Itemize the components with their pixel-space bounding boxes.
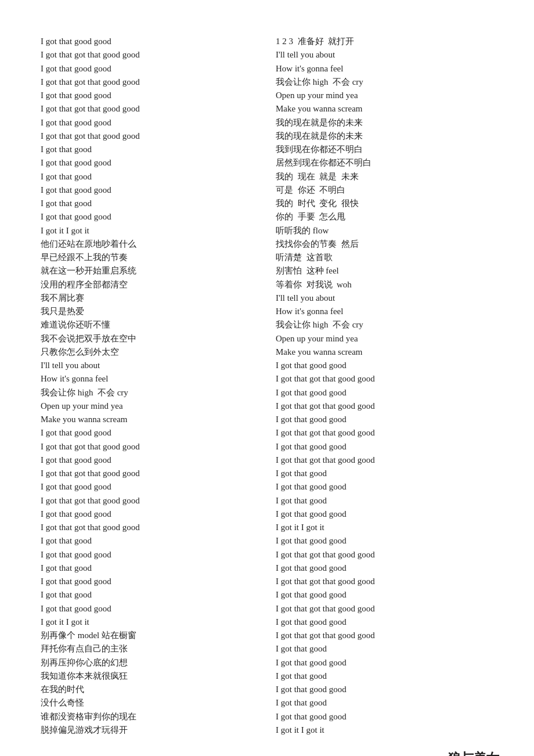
lyrics-line: I got that got that good good [276,575,499,588]
lyrics-line: 只教你怎么到外太空 [41,345,264,359]
lyrics-line: I got that good [276,494,499,507]
right-column: 1 2 3 准备好 就打开I'll tell you aboutHow it's… [276,35,499,756]
lyrics-line: I'll tell you about [276,291,499,305]
lyrics-line: I got that got that good good [41,494,264,507]
lyrics-line: 早已经跟不上我的节奏 [41,251,264,264]
lyrics-line: 我的现在就是你的未来 [276,129,499,143]
lyrics-line: I got that got that good good [41,102,264,116]
page: I got that good goodI got that got that … [0,0,534,756]
lyrics-line: I got that good [276,696,499,710]
lyrics-line: I got that good good [41,507,264,521]
lyrics-line: How it's gonna feel [276,62,499,75]
lyrics-line: 我的 现在 就是 未来 [276,170,499,183]
lyrics-line: 可是 你还 不明白 [276,183,499,197]
lyrics-line: 我会让你 high 不会 cry [276,75,499,89]
lyrics-line: I got that got that good good [276,372,499,386]
lyrics-line: 在我的时代 [41,683,264,696]
lyrics-line: Make you wanna scream [276,102,499,116]
lyrics-line: 别再像个 model 站在橱窗 [41,629,264,642]
lyrics-line: I got that good good [276,359,499,372]
lyrics-line: I got that good [41,143,264,156]
lyrics-line: 你的 手要 怎么甩 [276,210,499,224]
lyrics-line: 谁都没资格审判你的现在 [41,710,264,723]
lyrics-line: I got that good good [41,426,264,440]
lyrics-line: How it's gonna feel [276,305,499,318]
lyrics-line: 没用的程序全部都清空 [41,278,264,291]
lyrics-line: I got that got that good good [276,453,499,467]
lyrics-line: Open up your mind yea [41,399,264,413]
lyrics-line: 居然到现在你都还不明白 [276,156,499,170]
left-column: I got that good goodI got that got that … [41,35,264,756]
lyrics-line: 我只是热爱 [41,305,264,318]
lyrics-line: I got it I got it [41,224,264,237]
lyrics-line: I got that good good [41,116,264,129]
lyrics-line: I got that good good [41,35,264,48]
lyrics-line: I got that got that good good [41,129,264,143]
lyrics-line: I got that got that good good [276,399,499,413]
lyrics-line: I got that good [41,561,264,575]
lyrics-line: 难道说你还听不懂 [41,318,264,332]
lyrics-line: I got that good good [276,710,499,723]
lyrics-line: 我不会说把双手放在空中 [41,332,264,345]
lyrics-line: 我不屑比赛 [41,291,264,305]
lyrics-line: I'll tell you about [41,359,264,372]
lyrics-line: I got that good good [41,89,264,102]
lyrics-line: I got that good good [276,561,499,575]
lyrics-line: 等着你 对我说 woh [276,278,499,291]
lyrics-line: Open up your mind yea [276,332,499,345]
lyrics-line: I got that good good [41,575,264,588]
lyrics-line: 他们还站在原地吵着什么 [41,237,264,251]
lyrics-line: Open up your mind yea [276,89,499,102]
lyrics-line: 拜托你有点自己的主张 [41,642,264,656]
lyrics-line: 我的现在就是你的未来 [276,116,499,129]
lyrics-line: I got that got that good good [41,48,264,62]
lyrics-line: I got that good good [276,440,499,453]
lyrics-line: I got that good good [276,656,499,669]
lyrics-line: I got that good good [41,602,264,615]
lyrics-line: I got that good good [41,480,264,494]
lyrics-line: 别害怕 这种 feel [276,264,499,278]
lyrics-line: I got that got that good good [276,629,499,642]
lyrics-line: Make you wanna scream [41,413,264,426]
lyrics-line: I got that got that good good [276,426,499,440]
lyrics-line: 我知道你本来就很疯狂 [41,669,264,683]
lyrics-line: 我会让你 high 不会 cry [276,318,499,332]
lyrics-line: I got that good good [276,413,499,426]
lyrics-line: 听清楚 这首歌 [276,251,499,264]
lyrics-line: 没什么奇怪 [41,696,264,710]
lyrics-line: I got that good good [41,453,264,467]
lyrics-line: How it's gonna feel [41,372,264,386]
lyrics-line: I got that good good [41,156,264,170]
lyrics-line: I got it I got it [41,615,264,629]
lyrics-line: I got that good [276,467,499,480]
lyrics-line: 我到现在你都还不明白 [276,143,499,156]
lyrics-line: I got that good good [41,62,264,75]
lyrics-line: I got that good good [41,183,264,197]
lyrics-line: 我会让你 high 不会 cry [41,386,264,399]
lyrics-line: I got that good [276,669,499,683]
lyrics-line: I got that got that good good [276,548,499,561]
lyrics-line: I'll tell you about [276,48,499,62]
lyrics-line: I got that good [41,588,264,602]
lyrics-line: 我的 时代 变化 很快 [276,197,499,210]
lyrics-line: I got that good [41,534,264,548]
lyrics-line: I got that good good [276,507,499,521]
lyrics-line: I got it I got it [276,723,499,737]
lyrics-line: I got that good good [41,210,264,224]
lyrics-line: Make you wanna scream [276,345,499,359]
lyrics-line: I got that got that good good [276,602,499,615]
lyrics-line: I got that got that good good [41,75,264,89]
lyrics-line: I got that good [276,642,499,656]
lyrics-line: I got that got that good good [41,440,264,453]
lyrics-line: I got that good good [276,534,499,548]
lyrics-line: I got that got that good good [41,467,264,480]
lyrics-line: I got that got that good good [41,521,264,534]
signature: 狼与美女 [276,748,499,756]
lyrics-line: I got that good [41,197,264,210]
lyrics-line: I got that good good [276,683,499,696]
lyrics-line: I got that good good [276,615,499,629]
lyrics-line: 听听我的 flow [276,224,499,237]
lyrics-line: 脱掉偏见游戏才玩得开 [41,723,264,737]
lyrics-line: I got it I got it [276,521,499,534]
lyrics-line: 别再压抑你心底的幻想 [41,656,264,669]
